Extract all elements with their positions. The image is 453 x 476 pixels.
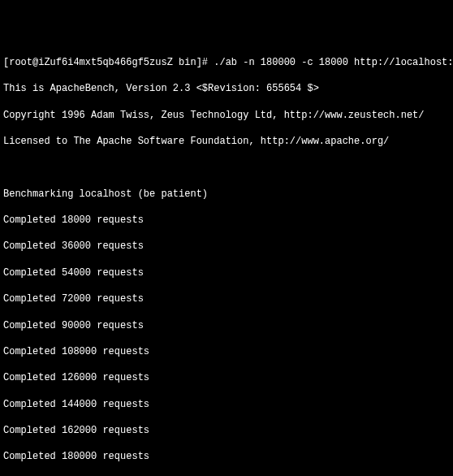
- completed-line: Completed 108000 requests: [3, 345, 450, 358]
- completed-line: Completed 162000 requests: [3, 424, 450, 437]
- completed-line: Completed 54000 requests: [3, 266, 450, 279]
- completed-line: Completed 126000 requests: [3, 371, 450, 384]
- shell-prompt[interactable]: [root@iZuf6i4mxt5qb466gf5zusZ bin]# ./ab…: [3, 56, 450, 69]
- benchmark-line: Benchmarking localhost (be patient): [3, 188, 450, 201]
- completed-line: Completed 72000 requests: [3, 292, 450, 305]
- completed-line: Completed 18000 requests: [3, 214, 450, 227]
- ab-header-line: This is ApacheBench, Version 2.3 <$Revis…: [3, 82, 450, 95]
- completed-line: Completed 144000 requests: [3, 398, 450, 411]
- completed-line: Completed 90000 requests: [3, 319, 450, 332]
- ab-header-line: Licensed to The Apache Software Foundati…: [3, 135, 450, 148]
- ab-header-line: Copyright 1996 Adam Twiss, Zeus Technolo…: [3, 109, 450, 122]
- completed-line: Completed 36000 requests: [3, 240, 450, 253]
- completed-line: Completed 180000 requests: [3, 450, 450, 463]
- blank-line: [3, 161, 450, 174]
